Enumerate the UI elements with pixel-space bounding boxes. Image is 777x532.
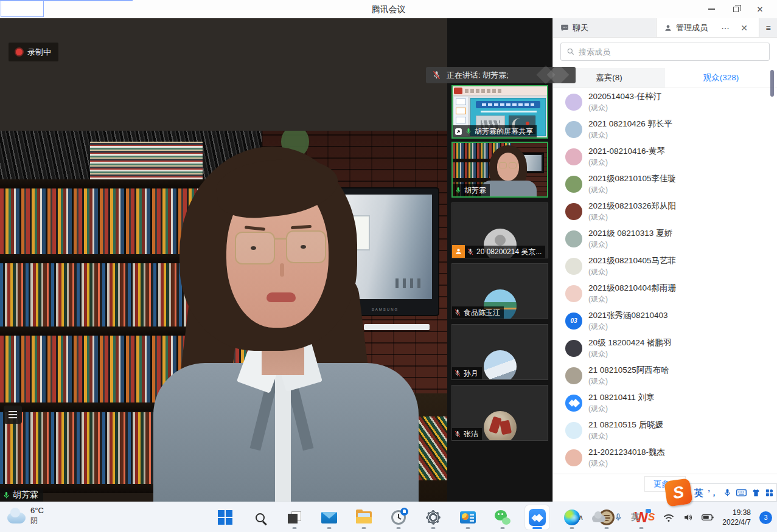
weather-temperature: 6°C xyxy=(30,506,44,516)
battery-icon[interactable] xyxy=(702,513,714,522)
layout-toggle-button[interactable] xyxy=(4,406,22,424)
clock-app-button[interactable] xyxy=(386,505,411,530)
member-role: (观众) xyxy=(588,267,676,277)
ime-mic-icon[interactable] xyxy=(723,488,732,497)
member-role-badge xyxy=(452,245,465,258)
member-row[interactable]: 2021级08210326郑从阳 (观众) xyxy=(553,198,777,225)
wifi-icon[interactable] xyxy=(663,513,674,522)
tab-chat[interactable]: 聊天 xyxy=(553,18,657,37)
main-speaker-name-tag: 胡芳霖 xyxy=(0,488,43,502)
ime-toolbox-icon[interactable] xyxy=(765,488,774,497)
panel-menu-button[interactable]: ≡ xyxy=(759,18,777,37)
minimize-button[interactable] xyxy=(699,0,723,18)
search-icon xyxy=(566,47,575,56)
member-row[interactable]: 2021 08210426 郭长平 (观众) xyxy=(553,116,777,143)
tray-mic-icon[interactable] xyxy=(614,513,622,522)
decor xyxy=(90,142,203,179)
tray-sogou-icon[interactable]: S xyxy=(648,511,655,523)
close-button[interactable]: ✕ xyxy=(748,0,772,18)
thumbnail-participant[interactable]: 张洁 xyxy=(451,385,548,441)
tab-manage-members[interactable]: 管理成员 ⋯ ✕ xyxy=(657,18,759,37)
cloud-icon xyxy=(7,513,26,523)
speaking-toast: 正在讲话: 胡芳霖; xyxy=(426,67,576,83)
settings-button[interactable] xyxy=(421,505,445,530)
scrollbar-thumb[interactable] xyxy=(770,70,774,97)
tab-chat-label: 聊天 xyxy=(573,22,588,33)
taskbar: 6°C 阴 W ∧ 英 S 19:38 2022/4/7 3 xyxy=(0,502,777,532)
clock-datetime[interactable]: 19:38 2022/4/7 xyxy=(722,508,751,527)
member-row[interactable]: 20级 18200424 褚鹏羽 (观众) xyxy=(553,334,777,362)
member-avatar xyxy=(565,449,582,466)
thumbnail-participant[interactable]: 孙月 xyxy=(451,324,548,380)
member-avatar xyxy=(565,258,582,275)
onedrive-icon[interactable] xyxy=(592,515,605,522)
thumbnail-participant[interactable]: 食品陈玉江 xyxy=(451,263,548,319)
thumbnail-speaker-video[interactable]: 胡芳霖 xyxy=(451,142,548,198)
member-row[interactable]: 2021-08210416-黄琴 (观众) xyxy=(553,143,777,170)
member-role: (观众) xyxy=(588,240,672,249)
tencent-meeting-button[interactable] xyxy=(525,505,549,530)
member-list[interactable]: 2020514043-任梓汀 (观众) 2021 08210426 郭长平 (观… xyxy=(553,88,777,474)
decor xyxy=(465,89,501,93)
restore-button[interactable] xyxy=(723,0,748,18)
member-row[interactable]: 03 2021张秀涵08210403 (观众) xyxy=(553,307,777,334)
thumbnail-screen-share[interactable]: 胡芳霖的屏幕共享 xyxy=(451,85,548,139)
member-avatar xyxy=(565,395,582,412)
ime-skin-icon[interactable] xyxy=(751,488,761,497)
member-row[interactable]: 21-2021234018-魏杰 (观众) xyxy=(553,444,777,471)
member-row[interactable]: 2021级 08210313 夏娇 (观众) xyxy=(553,225,777,252)
ime-punctuation-toggle[interactable]: ’， xyxy=(708,489,718,497)
decor xyxy=(476,101,540,108)
member-row[interactable]: 2021级08210105李佳璇 (观众) xyxy=(553,170,777,198)
member-row[interactable]: 21 08210525阿西布哈 (观众) xyxy=(553,362,777,389)
ime-keyboard-icon[interactable] xyxy=(736,488,747,497)
recording-dot-icon xyxy=(16,49,23,55)
meeting-main-area: SAMSUNG xyxy=(0,18,552,502)
member-name: 2021级08210405马艺菲 xyxy=(588,255,676,266)
mic-muted-icon xyxy=(467,248,474,255)
main-video[interactable]: SAMSUNG xyxy=(0,18,447,502)
decor xyxy=(454,88,462,94)
search-input[interactable] xyxy=(579,47,764,57)
tray-date: 2022/4/7 xyxy=(722,517,751,527)
taskbar-search-button[interactable] xyxy=(248,505,272,530)
avatar-badge-text: 03 xyxy=(570,317,577,324)
thumbnail-participant[interactable]: 20 08200214 吴京... xyxy=(451,202,548,258)
decor xyxy=(275,375,291,502)
member-search-box[interactable] xyxy=(560,43,770,61)
photos-app-button[interactable] xyxy=(456,505,480,530)
file-explorer-button[interactable] xyxy=(352,505,376,530)
wechat-icon xyxy=(495,510,510,525)
tencent-meeting-icon xyxy=(529,509,546,526)
member-row[interactable]: 2021级08210404郝雨珊 (观众) xyxy=(553,280,777,307)
tab-manage-label: 管理成员 xyxy=(676,22,708,33)
gear-icon xyxy=(426,510,441,525)
ime-language-toggle[interactable]: 英 xyxy=(694,488,703,497)
system-tray: ∧ 英 S 19:38 2022/4/7 3 xyxy=(578,502,772,532)
minimize-icon xyxy=(708,9,715,10)
member-name: 21-2021234018-魏杰 xyxy=(588,447,665,458)
mail-app-button[interactable] xyxy=(317,505,341,530)
thumbnail-name: 食品陈玉江 xyxy=(464,308,500,318)
sogou-logo[interactable]: S xyxy=(664,478,692,506)
member-row[interactable]: 2020514043-任梓汀 (观众) xyxy=(553,88,777,116)
panel-close-button[interactable]: ✕ xyxy=(737,18,751,38)
tray-expand-chevron-icon[interactable]: ∧ xyxy=(578,513,584,522)
notification-badge[interactable]: 3 xyxy=(759,511,772,524)
member-avatar xyxy=(565,148,582,165)
weather-widget[interactable]: 6°C 阴 xyxy=(7,506,44,525)
glasses xyxy=(235,232,275,264)
start-button[interactable] xyxy=(213,505,237,530)
tab-audience[interactable]: 观众(328) xyxy=(665,68,777,88)
member-row[interactable]: 2021级08210405马艺菲 (观众) xyxy=(553,252,777,280)
task-view-button[interactable] xyxy=(282,505,307,530)
thumbnail-label: 食品陈玉江 xyxy=(452,306,504,319)
member-role: (观众) xyxy=(588,212,676,222)
member-row[interactable]: 21 08210411 刘寒 (观众) xyxy=(553,389,777,416)
panel-more-button[interactable]: ⋯ xyxy=(717,18,733,38)
tray-language-indicator[interactable]: 英 xyxy=(631,512,639,523)
decor xyxy=(509,162,517,168)
wechat-button[interactable] xyxy=(490,505,515,530)
speaker-icon[interactable] xyxy=(683,513,693,522)
member-row[interactable]: 21 08210515 后晓媛 (观众) xyxy=(553,416,777,444)
